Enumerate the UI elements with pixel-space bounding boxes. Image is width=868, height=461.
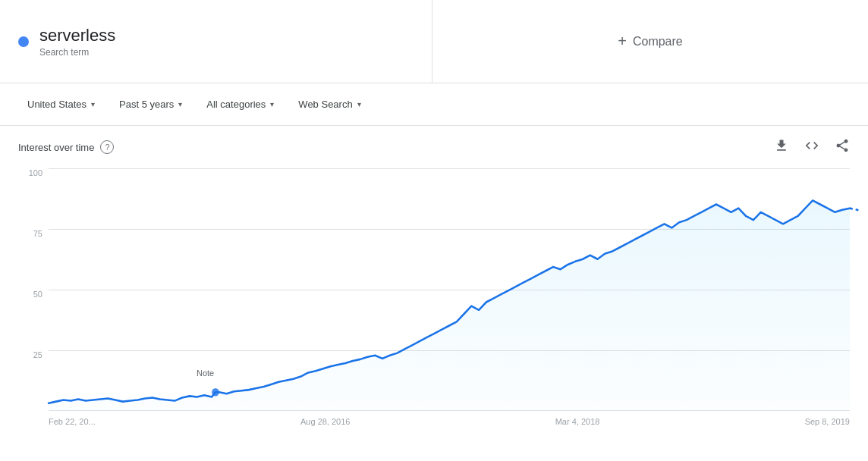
search-type-chevron-icon: ▾ bbox=[357, 100, 361, 108]
chart-section: Interest over time ? 100 75 50 25 bbox=[0, 126, 868, 441]
x-label-1: Feb 22, 20... bbox=[49, 417, 96, 426]
x-label-3: Mar 4, 2018 bbox=[555, 417, 600, 426]
x-label-4: Sep 8, 2019 bbox=[805, 417, 850, 426]
term-info: serverless Search term bbox=[39, 26, 115, 58]
trend-line-chart bbox=[49, 168, 850, 411]
y-label-25: 25 bbox=[33, 350, 42, 359]
help-icon[interactable]: ? bbox=[100, 140, 114, 154]
compare-button[interactable]: + Compare bbox=[618, 33, 683, 50]
x-label-2: Aug 28, 2016 bbox=[300, 417, 350, 426]
chart-actions bbox=[774, 138, 850, 157]
search-term-section: serverless Search term bbox=[0, 0, 432, 83]
chart-area: 100 75 50 25 bbox=[18, 168, 850, 441]
term-name: serverless bbox=[39, 26, 115, 45]
compare-plus-icon: + bbox=[618, 33, 627, 50]
chart-header: Interest over time ? bbox=[18, 126, 850, 168]
filters-bar: United States ▾ Past 5 years ▾ All categ… bbox=[0, 83, 868, 126]
x-axis: Feb 22, 20... Aug 28, 2016 Mar 4, 2018 S… bbox=[49, 411, 850, 441]
search-type-label: Web Search bbox=[298, 99, 352, 110]
time-chevron-icon: ▾ bbox=[178, 100, 182, 108]
time-filter[interactable]: Past 5 years ▾ bbox=[110, 93, 191, 116]
category-chevron-icon: ▾ bbox=[270, 100, 274, 108]
y-label-75: 75 bbox=[33, 229, 42, 238]
time-label: Past 5 years bbox=[119, 99, 174, 110]
search-type-filter[interactable]: Web Search ▾ bbox=[289, 93, 370, 116]
category-label: All categories bbox=[206, 99, 266, 110]
compare-label: Compare bbox=[633, 35, 683, 49]
y-label-50: 50 bbox=[33, 290, 42, 299]
chart-inner: Note bbox=[49, 168, 850, 411]
share-icon[interactable] bbox=[835, 138, 850, 157]
location-filter[interactable]: United States ▾ bbox=[18, 93, 104, 116]
note-label: Note bbox=[197, 368, 214, 378]
download-icon[interactable] bbox=[774, 138, 789, 157]
chart-title: Interest over time bbox=[18, 142, 94, 153]
svg-point-0 bbox=[212, 388, 219, 396]
location-chevron-icon: ▾ bbox=[91, 100, 95, 108]
term-dot bbox=[18, 36, 29, 47]
term-label: Search term bbox=[39, 47, 115, 58]
chart-title-area: Interest over time ? bbox=[18, 140, 114, 154]
compare-section[interactable]: + Compare bbox=[432, 0, 868, 83]
category-filter[interactable]: All categories ▾ bbox=[197, 93, 283, 116]
y-axis: 100 75 50 25 bbox=[18, 168, 49, 411]
y-label-100: 100 bbox=[29, 168, 42, 177]
location-label: United States bbox=[27, 99, 86, 110]
embed-icon[interactable] bbox=[804, 138, 819, 157]
